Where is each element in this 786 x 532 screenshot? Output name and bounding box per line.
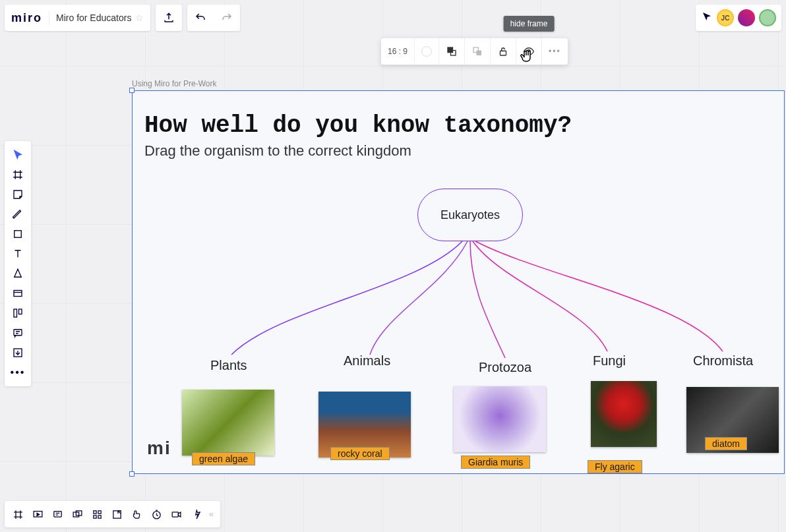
dots-icon: •••	[549, 47, 561, 56]
svg-rect-10	[14, 330, 22, 336]
frame-tool[interactable]	[5, 165, 31, 185]
activity-button[interactable]	[88, 501, 106, 527]
card-tool[interactable]	[5, 283, 31, 303]
presence-bar: JC	[696, 5, 781, 31]
frames-panel-button[interactable]	[9, 501, 27, 527]
aspect-ratio-button[interactable]: 16 : 9	[381, 38, 415, 65]
card-fly-agaric[interactable]	[591, 381, 657, 447]
card-label-rocky-coral[interactable]: rocky coral	[330, 447, 390, 460]
svg-rect-4	[500, 51, 506, 55]
card-label-giardia[interactable]: Giardia muris	[461, 456, 530, 469]
avatar-1[interactable]: JC	[717, 9, 734, 26]
svg-rect-7	[14, 291, 22, 297]
redo-button[interactable]	[214, 12, 240, 24]
pen-tool[interactable]	[5, 204, 31, 224]
kingdom-animals[interactable]: Animals	[344, 353, 390, 369]
send-back-button[interactable]	[465, 38, 491, 65]
kingdom-fungi[interactable]: Fungi	[593, 353, 626, 369]
card-label-fly-agaric[interactable]: Fly agaric	[588, 460, 642, 473]
cards-button[interactable]	[68, 501, 86, 527]
svg-rect-13	[53, 511, 61, 517]
root-node[interactable]: Eukaryotes	[417, 189, 523, 241]
tooltip: hide frame	[504, 16, 555, 32]
hide-frame-button[interactable]: hide frame	[516, 38, 542, 65]
svg-rect-3	[477, 51, 482, 56]
export-icon	[156, 12, 182, 24]
comment-tool[interactable]	[5, 323, 31, 343]
svg-rect-19	[98, 515, 100, 517]
avatar-2[interactable]	[738, 9, 755, 26]
frame-title: How well do you know taxonomy?	[144, 112, 572, 139]
frame-context-toolbar: 16 : 9 hide frame •••	[381, 38, 568, 65]
kingdom-protozoa[interactable]: Protozoa	[479, 360, 531, 375]
connection-tool[interactable]	[5, 264, 31, 283]
board-header: miro Miro for Educators ☆	[5, 5, 150, 31]
aspect-ratio-label: 16 : 9	[388, 47, 408, 56]
avatar-3[interactable]	[759, 9, 776, 26]
cursor-follow-icon[interactable]	[701, 11, 713, 25]
collapse-icon[interactable]: «	[206, 510, 216, 519]
timer-button[interactable]	[147, 501, 166, 527]
svg-rect-17	[98, 510, 100, 513]
more-options-button[interactable]: •••	[542, 38, 568, 65]
frame-color-button[interactable]	[415, 38, 439, 65]
undo-button[interactable]	[187, 12, 214, 24]
selection-handle-bl[interactable]	[129, 471, 135, 477]
svg-rect-0	[448, 47, 453, 53]
svg-rect-6	[15, 231, 22, 238]
bottom-toolbar: «	[5, 501, 220, 527]
card-green-algae[interactable]	[182, 390, 274, 456]
root-node-label: Eukaryotes	[440, 208, 500, 222]
undo-redo-group	[187, 5, 240, 31]
shape-tool[interactable]	[5, 224, 31, 244]
card-label-diatom[interactable]: diatom	[705, 437, 747, 450]
reactions-button[interactable]	[127, 501, 146, 527]
svg-rect-8	[14, 309, 17, 317]
watermark: mi	[147, 438, 171, 459]
kingdom-chromista[interactable]: Chromista	[693, 353, 753, 369]
color-swatch-icon	[421, 46, 432, 57]
lock-button[interactable]	[491, 38, 516, 65]
export-button[interactable]	[156, 5, 182, 31]
presentation-button[interactable]	[28, 501, 47, 527]
frame-label[interactable]: Using Miro for Pre-Work	[132, 79, 216, 88]
voting-button[interactable]	[187, 501, 205, 527]
select-tool[interactable]	[5, 145, 31, 165]
miro-logo[interactable]: miro	[11, 11, 49, 25]
frame[interactable]: How well do you know taxonomy? Drag the …	[132, 90, 785, 474]
star-icon[interactable]: ☆	[135, 13, 144, 23]
left-toolbar: •••	[5, 141, 31, 386]
sticky-tool[interactable]	[5, 185, 31, 204]
svg-rect-16	[93, 510, 96, 513]
svg-rect-9	[19, 309, 22, 314]
board-title[interactable]: Miro for Educators	[56, 13, 131, 23]
more-tools[interactable]: •••	[5, 363, 31, 382]
kanban-tool[interactable]	[5, 303, 31, 323]
kingdom-plants[interactable]: Plants	[210, 358, 247, 373]
video-button[interactable]	[167, 501, 185, 527]
card-giardia[interactable]	[454, 386, 546, 452]
dots-icon: •••	[11, 367, 26, 378]
comments-button[interactable]	[48, 501, 67, 527]
card-label-green-algae[interactable]: green algae	[192, 452, 255, 465]
frame-subtitle: Drag the organism to the correct kingdom	[144, 142, 411, 160]
svg-rect-22	[172, 512, 178, 516]
bring-front-button[interactable]	[439, 38, 465, 65]
share-button[interactable]	[107, 501, 126, 527]
text-tool[interactable]	[5, 244, 31, 264]
svg-rect-18	[93, 515, 96, 517]
iframe-tool[interactable]	[5, 343, 31, 363]
topbar: miro Miro for Educators ☆	[5, 5, 240, 31]
svg-point-5	[528, 50, 531, 53]
selection-handle-tl[interactable]	[129, 88, 135, 93]
